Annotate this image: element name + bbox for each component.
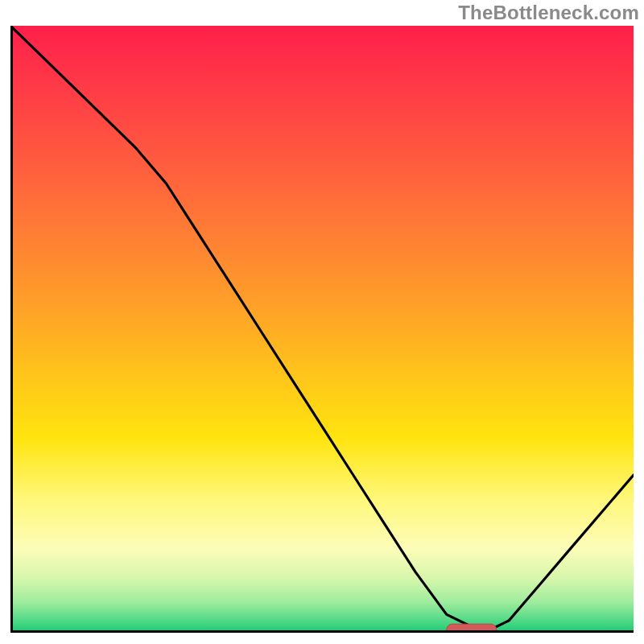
- y-axis: [10, 26, 13, 633]
- watermark-text: TheBottleneck.com: [458, 2, 639, 24]
- chart-svg: [10, 26, 634, 633]
- plot-area: [10, 26, 634, 633]
- bottleneck-curve: [10, 26, 634, 630]
- x-axis: [10, 630, 634, 633]
- bottleneck-chart: TheBottleneck.com: [0, 0, 644, 644]
